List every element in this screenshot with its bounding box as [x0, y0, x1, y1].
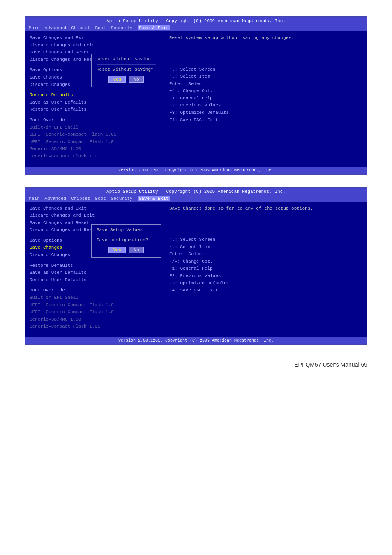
dialog-yes-btn-1[interactable]: Yes — [108, 76, 126, 83]
dialog-no-btn-1[interactable]: No — [129, 76, 143, 83]
menu-uefi-cf-1-2[interactable]: UEFI: Generic-Compact Flash 1.01 — [30, 302, 161, 309]
menu-efi-shell[interactable]: Built-in EFI Shell — [30, 124, 161, 132]
menu-group3-2: Restore Defaults Save as User Defaults R… — [30, 262, 161, 284]
menu-security-1[interactable]: Security — [111, 25, 133, 30]
bios-description-2: Save Changes done so far to any of the s… — [169, 205, 362, 212]
menu-uefi-cf-2[interactable]: UEFI: Generic-Compact Flash 1.01 — [30, 139, 161, 146]
key-help-line-8: F4: Save ESC: Exit — [169, 117, 362, 124]
key-help-line-7: F3: Optimized Defaults — [169, 109, 362, 117]
bios-description-1: Reset system setup without saving any ch… — [169, 35, 362, 42]
dialog-yes-btn-2[interactable]: Yes — [108, 247, 126, 253]
bios-left-1: Save Changes and Exit Discard Changes an… — [25, 31, 165, 167]
key-help-2: ↑↓: Select Screen ↑↓: Select Item Enter:… — [169, 236, 362, 294]
key-help-2-line-5: F1: General Help — [169, 265, 362, 273]
menu-item-save-user-defaults[interactable]: Save as User Defaults — [30, 99, 161, 106]
menu-group4-2: Boot Override Built-in EFI Shell UEFI: G… — [30, 287, 161, 331]
menu-sd-mmc[interactable]: Generic-SD/MMC 1.00 — [30, 146, 161, 153]
menu-group4-1: Boot Override Built-in EFI Shell UEFI: G… — [30, 117, 161, 160]
bios-title-2: Aptio Setup Utility - Copyright (C) 2009… — [25, 188, 367, 195]
menu-efi-shell-2[interactable]: Built-in EFI Shell — [30, 294, 161, 302]
menu-item-restore-defaults-2[interactable]: Restore Defaults — [30, 262, 161, 270]
menu-item-restore-user-2[interactable]: Restore User Defaults — [30, 277, 161, 284]
bios-footer-2: Version 2.00.1201. Copyright (C) 2009 Am… — [25, 337, 367, 344]
bios-left-2: Save Changes and Exit Discard Changes an… — [25, 202, 165, 338]
dialog-buttons-2: Yes No — [97, 247, 156, 253]
key-help-1: ↑↓: Select Screen ↑↓: Select Item Enter:… — [169, 66, 362, 124]
key-help-line-6: F2: Previous Values — [169, 102, 362, 109]
key-help-line-4: +/-: Change Opt. — [169, 88, 362, 95]
dialog-question-1: Reset without saving? — [97, 67, 156, 72]
menu-advanced-1[interactable]: Advanced — [44, 25, 66, 30]
menu-main-1[interactable]: Main — [29, 25, 39, 30]
menu-uefi-cf-2-2[interactable]: UEFI: Generic-Compact Flash 1.01 — [30, 309, 161, 316]
key-help-2-line-6: F2: Previous Values — [169, 273, 362, 280]
bios-footer-1: Version 2.00.1201. Copyright (C) 2009 Am… — [25, 167, 367, 174]
menu-security-2[interactable]: Security — [111, 196, 133, 201]
key-help-2-line-3: Enter: Select — [169, 251, 362, 258]
key-help-2-line-1: ↑↓: Select Screen — [169, 236, 362, 244]
key-help-line-3: Enter: Select — [169, 81, 362, 88]
menu-uefi-cf-1[interactable]: UEFI: Generic-Compact Flash 1.01 — [30, 131, 161, 139]
manual-footer-text: EPI-QM57 User's Manual 69 — [294, 361, 367, 368]
menu-chipset-1[interactable]: Chipset — [71, 25, 90, 30]
bios-screen-1: Aptio Setup Utility - Copyright (C) 2009… — [25, 16, 367, 175]
bios-dialog-1: Reset Without Saving Reset without savin… — [91, 54, 161, 87]
menu-boot-1[interactable]: Boot — [95, 25, 106, 30]
key-help-2-line-7: F3: Optimized Defaults — [169, 280, 362, 287]
dialog-question-2: Save configuration? — [97, 238, 156, 243]
key-help-2-line-4: +/-: Change Opt. — [169, 258, 362, 266]
menu-item-discard-exit-2[interactable]: Discard Changes and Exit — [30, 212, 161, 220]
dialog-title-2: Save Setup Values — [97, 227, 156, 232]
bios-right-2: Save Changes done so far to any of the s… — [165, 202, 367, 338]
menu-generic-cf[interactable]: Generic-Compact Flash 1.01 — [30, 153, 161, 160]
dialog-buttons-1: Yes No — [97, 76, 156, 83]
menu-item-save-exit[interactable]: Save Changes and Exit — [30, 35, 161, 42]
menu-chipset-2[interactable]: Chipset — [71, 196, 90, 201]
menu-item-discard-exit[interactable]: Discard Changes and Exit — [30, 42, 161, 49]
bios-right-1: Reset system setup without saving any ch… — [165, 31, 367, 167]
menu-item-save-exit-2[interactable]: Save Changes and Exit — [30, 205, 161, 213]
manual-footer: EPI-QM57 User's Manual 69 — [25, 357, 367, 368]
key-help-area-1: ↑↓: Select Screen ↑↓: Select Item Enter:… — [169, 66, 362, 124]
bios-dialog-2: Save Setup Values Save configuration? Ye… — [91, 224, 161, 258]
key-help-line-1: ↑↓: Select Screen — [169, 66, 362, 74]
menu-item-save-user-defaults-2[interactable]: Save as User Defaults — [30, 269, 161, 277]
menu-item-restore-user[interactable]: Restore User Defaults — [30, 106, 161, 113]
key-help-area-2: ↑↓: Select Screen ↑↓: Select Item Enter:… — [169, 236, 362, 294]
menu-generic-cf-2[interactable]: Generic-Compact Flash 1.01 — [30, 323, 161, 331]
menu-main-2[interactable]: Main — [29, 196, 39, 201]
bios-body-1: Save Changes and Exit Discard Changes an… — [25, 31, 367, 167]
key-help-line-5: F1: General Help — [169, 95, 362, 102]
page-wrapper: Aptio Setup Utility - Copyright (C) 2009… — [0, 0, 392, 384]
key-help-line-2: ↑↓: Select Item — [169, 73, 362, 81]
dialog-title-1: Reset Without Saving — [97, 57, 156, 62]
menu-save-exit-2[interactable]: Save & Exit — [138, 196, 170, 201]
bios-body-2: Save Changes and Exit Discard Changes an… — [25, 202, 367, 338]
menu-save-exit-1[interactable]: Save & Exit — [138, 25, 170, 30]
bios-title-1: Aptio Setup Utility - Copyright (C) 2009… — [25, 17, 367, 25]
key-help-2-line-8: F4: Save ESC: Exit — [169, 287, 362, 294]
bios-screen-2: Aptio Setup Utility - Copyright (C) 2009… — [25, 187, 367, 345]
dialog-no-btn-2[interactable]: No — [129, 247, 143, 253]
bios-menubar-1: Main Advanced Chipset Boot Security Save… — [25, 25, 367, 31]
menu-group3-1: Restore Defaults Save as User Defaults R… — [30, 92, 161, 113]
menu-boot-override-label-2: Boot Override — [30, 287, 161, 294]
bios-menubar-2: Main Advanced Chipset Boot Security Save… — [25, 195, 367, 202]
menu-boot-override-label: Boot Override — [30, 117, 161, 124]
menu-item-restore-defaults[interactable]: Restore Defaults — [30, 92, 161, 99]
menu-sd-mmc-2[interactable]: Generic-SD/MMC 1.00 — [30, 316, 161, 324]
menu-advanced-2[interactable]: Advanced — [44, 196, 66, 201]
key-help-2-line-2: ↑↓: Select Item — [169, 244, 362, 251]
menu-boot-2[interactable]: Boot — [95, 196, 106, 201]
